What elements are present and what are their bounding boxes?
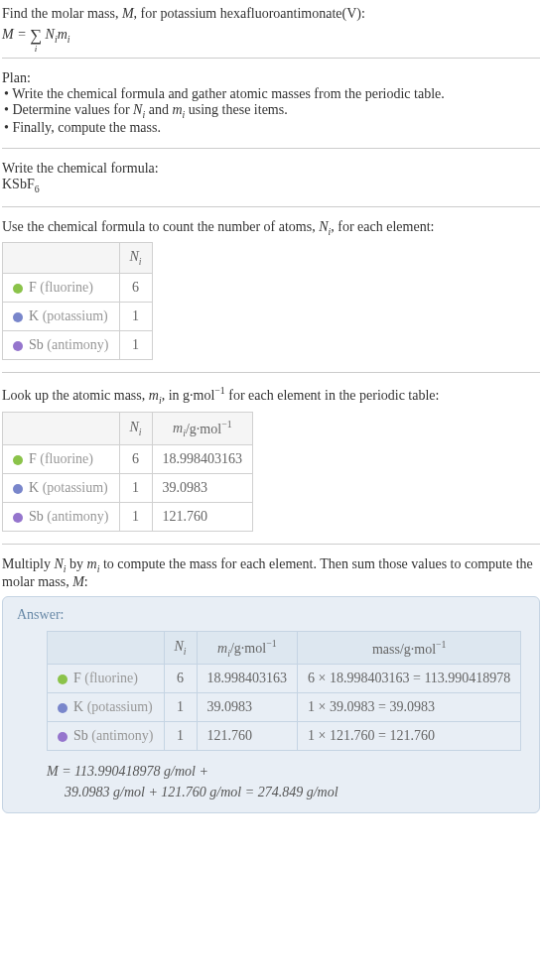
ni-cell: 6 xyxy=(119,274,152,303)
mass-section: Look up the atomic mass, mi, in g·mol−1 … xyxy=(2,385,540,532)
table-row: K (potassium) 1 39.0983 xyxy=(3,474,253,503)
plan-title: Plan: xyxy=(2,70,540,86)
table-row: Sb (antimony) 1 121.760 1 × 121.760 = 12… xyxy=(48,722,521,751)
element-dot-k xyxy=(13,312,23,322)
mi-header: mi/g·mol−1 xyxy=(152,412,253,444)
molar-mass-formula: M = ∑i Nimi xyxy=(2,26,540,46)
divider xyxy=(2,372,540,373)
sum-body: Nimi xyxy=(46,27,70,42)
plan-item-2: Determine values for Ni and mi using the… xyxy=(4,102,540,120)
element-cell: Sb (antimony) xyxy=(3,331,120,360)
mass-cell: 1 × 39.0983 = 39.0983 xyxy=(298,693,521,722)
element-dot-sb xyxy=(58,732,68,742)
ni-cell: 1 xyxy=(119,474,152,503)
ni-header: Ni xyxy=(119,243,152,274)
plan-item-1: Write the chemical formula and gather at… xyxy=(4,86,540,102)
table-row: F (fluorine) 6 18.998403163 6 × 18.99840… xyxy=(48,665,521,693)
table-row: Sb (antimony) 1 xyxy=(3,331,153,360)
mass-table: Ni mi/g·mol−1 F (fluorine) 6 18.99840316… xyxy=(2,412,253,532)
ni-cell: 6 xyxy=(119,445,152,474)
empty-header xyxy=(48,631,165,664)
plan-section: Plan: Write the chemical formula and gat… xyxy=(2,70,540,136)
mass-header: mass/g·mol−1 xyxy=(298,631,521,664)
intro-text-a: Find the molar mass, xyxy=(2,6,122,21)
formula-main: KSbF xyxy=(2,177,35,191)
ni-cell: 1 xyxy=(119,303,152,331)
element-dot-k xyxy=(58,703,68,713)
mi-cell: 39.0983 xyxy=(197,693,298,722)
element-cell: K (potassium) xyxy=(48,693,165,722)
ni-cell: 1 xyxy=(119,331,152,360)
intro-line: Find the molar mass, M, for potassium he… xyxy=(2,6,540,22)
element-cell: K (potassium) xyxy=(3,303,120,331)
table-header-row: Ni xyxy=(3,243,153,274)
empty-header xyxy=(3,412,120,444)
intro: Find the molar mass, M, for potassium he… xyxy=(2,6,540,46)
table-row: K (potassium) 1 39.0983 1 × 39.0983 = 39… xyxy=(48,693,521,722)
table-row: F (fluorine) 6 xyxy=(3,274,153,303)
ni-cell: 1 xyxy=(119,503,152,532)
mi-cell: 18.998403163 xyxy=(152,445,253,474)
answer-table: Ni mi/g·mol−1 mass/g·mol−1 F (fluorine) … xyxy=(47,631,521,751)
mass-title: Look up the atomic mass, mi, in g·mol−1 … xyxy=(2,385,540,405)
mi-header: mi/g·mol−1 xyxy=(197,631,298,664)
intro-text-b: , for potassium hexafluoroantimonate(V): xyxy=(134,6,365,21)
divider xyxy=(2,206,540,207)
empty-header xyxy=(3,243,120,274)
result-line-2: 39.0983 g/mol + 121.760 g/mol = 274.849 … xyxy=(65,782,525,802)
element-cell: K (potassium) xyxy=(3,474,120,503)
var-M-eq: M = xyxy=(2,27,30,42)
mi-cell: 18.998403163 xyxy=(197,665,298,693)
element-dot-f xyxy=(13,455,23,465)
mi-cell: 121.760 xyxy=(197,722,298,751)
count-title: Use the chemical formula to count the nu… xyxy=(2,219,540,237)
result-line-1: M = 113.990418978 g/mol + xyxy=(47,761,525,782)
var-M: M xyxy=(122,6,134,21)
mi-cell: 121.760 xyxy=(152,503,253,532)
plan-list: Write the chemical formula and gather at… xyxy=(2,86,540,136)
answer-formula: M = 113.990418978 g/mol + 39.0983 g/mol … xyxy=(47,761,525,802)
mass-cell: 1 × 121.760 = 121.760 xyxy=(298,722,521,751)
table-row: F (fluorine) 6 18.998403163 xyxy=(3,445,253,474)
count-section: Use the chemical formula to count the nu… xyxy=(2,219,540,361)
chemical-formula: KSbF6 xyxy=(2,177,540,194)
mi-cell: 39.0983 xyxy=(152,474,253,503)
ni-header: Ni xyxy=(119,412,152,444)
divider xyxy=(2,544,540,545)
element-dot-sb xyxy=(13,513,23,523)
count-table: Ni F (fluorine) 6 K (potassium) 1 Sb (an… xyxy=(2,242,153,360)
ni-cell: 1 xyxy=(164,693,197,722)
table-row: Sb (antimony) 1 121.760 xyxy=(3,503,253,532)
table-header-row: Ni mi/g·mol−1 mass/g·mol−1 xyxy=(48,631,521,664)
element-dot-sb xyxy=(13,341,23,351)
element-cell: Sb (antimony) xyxy=(48,722,165,751)
element-cell: Sb (antimony) xyxy=(3,503,120,532)
multiply-text: Multiply Ni by mi to compute the mass fo… xyxy=(2,556,540,590)
element-cell: F (fluorine) xyxy=(48,665,165,693)
divider xyxy=(2,148,540,149)
element-dot-f xyxy=(13,284,23,294)
answer-box: Answer: Ni mi/g·mol−1 mass/g·mol−1 F (fl… xyxy=(2,596,540,813)
plan-item-3: Finally, compute the mass. xyxy=(4,120,540,136)
element-cell: F (fluorine) xyxy=(3,274,120,303)
multiply-section: Multiply Ni by mi to compute the mass fo… xyxy=(2,556,540,590)
sigma-index: i xyxy=(35,44,38,54)
formula-section: Write the chemical formula: KSbF6 xyxy=(2,161,540,194)
element-cell: F (fluorine) xyxy=(3,445,120,474)
table-row: K (potassium) 1 xyxy=(3,303,153,331)
ni-cell: 1 xyxy=(164,722,197,751)
divider xyxy=(2,58,540,59)
table-header-row: Ni mi/g·mol−1 xyxy=(3,412,253,444)
answer-label: Answer: xyxy=(17,607,525,623)
element-dot-f xyxy=(58,674,68,684)
mass-cell: 6 × 18.998403163 = 113.990418978 xyxy=(298,665,521,693)
element-dot-k xyxy=(13,484,23,494)
sigma-symbol: ∑i xyxy=(30,26,42,46)
ni-cell: 6 xyxy=(164,665,197,693)
formula-title: Write the chemical formula: xyxy=(2,161,540,177)
formula-sub: 6 xyxy=(35,184,40,194)
ni-header: Ni xyxy=(164,631,197,664)
